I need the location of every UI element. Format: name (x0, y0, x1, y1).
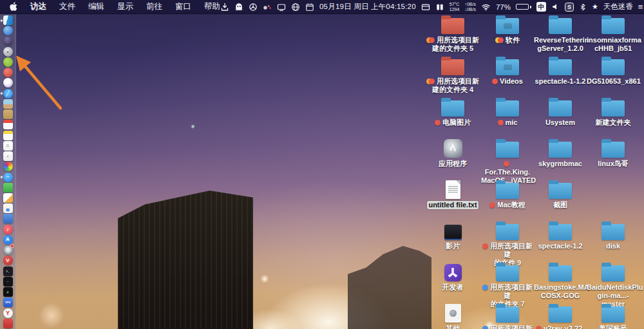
menu-3[interactable]: 显示 (117, 1, 133, 12)
dock-safari[interactable]: ╱ (0, 89, 16, 99)
apple-icon (9, 2, 17, 12)
dock-khaki-app[interactable] (0, 109, 16, 119)
globe-icon[interactable] (291, 3, 300, 12)
bluetooth-icon[interactable] (579, 3, 587, 12)
battery-percent[interactable]: 77% (496, 3, 511, 11)
dock-messages[interactable]: ••• (0, 173, 16, 182)
desktop-folder-screenshots[interactable]: 截图 (533, 178, 588, 209)
dock-android-app[interactable] (0, 57, 16, 67)
desktop-folder-new-cut[interactable]: 用所选项目新建 (480, 301, 535, 329)
menu-4[interactable]: 前往 (146, 1, 162, 12)
desktop-folder-dg510653[interactable]: DG510653_x861 (585, 54, 641, 86)
desktop-folder-pc-pics[interactable]: 电脑图片 (425, 95, 480, 127)
desktop-folder-usa-account[interactable]: 美国账号 (585, 301, 641, 329)
desktop-folder-spectacle12[interactable]: spectacle-1.2 (533, 219, 588, 250)
desktop-developer[interactable]: 开发者 (425, 260, 480, 292)
desktop-folder-mic[interactable]: mic (480, 95, 535, 127)
folder-icon (496, 224, 519, 240)
menu-clock[interactable]: 05月19日 周日 上午04:15:20 (319, 2, 416, 12)
desktop-folder-new5[interactable]: 用所选项目新 建的文件夹 5 (425, 13, 480, 53)
dock-terminal-2[interactable]: ·· (0, 277, 16, 287)
desktop-folder-newfolder[interactable]: 新建文件夹 (585, 95, 641, 127)
menu-1[interactable]: 文件 (59, 1, 75, 12)
dock-docs-app[interactable] (0, 193, 16, 203)
dock-v-app[interactable]: V (0, 256, 16, 265)
input-method-icon[interactable]: 中 (536, 2, 546, 12)
desktop-folder-spectacle112[interactable]: spectacle-1-1.2 (533, 54, 588, 86)
menu-finder[interactable]: 访达 (30, 1, 46, 12)
istat-network[interactable]: ↑0B/s ↓0B/s (464, 2, 476, 12)
desktop-untitled-txt[interactable]: untitled file.txt (425, 178, 480, 209)
folder-icon (549, 59, 572, 75)
dock-stats-app[interactable]: ▄ (0, 203, 16, 213)
desktop-movies[interactable]: 影片 (425, 219, 480, 250)
running-indicator (1, 19, 3, 21)
dock-green-app[interactable] (0, 183, 16, 193)
dark-stack-icon (444, 225, 462, 240)
dock-purple-app[interactable] (0, 78, 16, 88)
active-app-name[interactable]: 天色迷香 (603, 2, 633, 12)
dock-red-app-2[interactable] (0, 319, 16, 328)
item-label: DG510653_x861 (585, 77, 641, 86)
dock-y-app[interactable]: Y (0, 308, 16, 318)
desktop-folder-reversetethering[interactable]: ReverseTetherin gServer_1.2.0 (533, 13, 588, 53)
dock-music[interactable]: ♪ (0, 225, 16, 234)
window-panes-icon[interactable] (435, 3, 444, 12)
shadowsocks-icon[interactable]: S (565, 3, 574, 12)
folder-icon (496, 100, 519, 117)
dock-vpn-app[interactable]: VPN (0, 297, 16, 307)
ghost-icon[interactable] (234, 3, 243, 12)
desktop-folder-v2ray[interactable]: v2ray-v3.22- (533, 301, 588, 329)
dock-app-store[interactable]: A (0, 235, 16, 245)
dock-red-app[interactable] (0, 68, 16, 77)
desktop-folder-insomniax[interactable]: insomniaxforma cHHB_jb51 (585, 13, 641, 53)
dock-messages-icon: ••• (3, 173, 13, 182)
menu-5[interactable]: 窗口 (175, 1, 191, 12)
dock-notes[interactable] (0, 131, 16, 140)
dock-blue-app[interactable] (0, 214, 16, 223)
dock-blue-app-icon (3, 214, 13, 223)
desktop-folder-videos[interactable]: Videos (480, 54, 535, 86)
steering-wheel-icon[interactable] (249, 3, 258, 12)
dock-photos-file[interactable] (0, 99, 16, 109)
desktop-folder-mac-tutorial[interactable]: Mac教程 (480, 178, 535, 209)
menu-2[interactable]: 编辑 (88, 1, 104, 12)
star-icon[interactable]: ★ (592, 3, 598, 11)
dock-terminal-1[interactable]: >_ (0, 267, 16, 276)
folder-icon (441, 100, 464, 117)
desktop-other[interactable]: 其他 (425, 301, 480, 329)
dock-finder[interactable] (0, 15, 16, 25)
dock-dark-app[interactable] (0, 36, 16, 46)
notification-badge (10, 244, 14, 248)
dock-gray-app[interactable]: ▪ (0, 47, 16, 57)
desktop-folder-new4[interactable]: 用所选项目新 建的文件夹 4 (425, 54, 480, 94)
desktop-applications-alias[interactable]: 应用程序 (425, 136, 480, 168)
menu-6[interactable]: 帮助 (204, 1, 220, 12)
desktop-folder-linux[interactable]: linux鸟哥 (585, 136, 641, 168)
desktop-folder-basingstoke[interactable]: Basingstoke.MA COSX-GOG (533, 260, 588, 300)
dock-system-preferences[interactable] (0, 245, 16, 255)
dock-calendar[interactable] (0, 120, 16, 129)
desktop-folder-skygrmbmac[interactable]: skygrmbmac (533, 136, 588, 168)
desktop-folder-usystem[interactable]: Usystem (533, 95, 588, 127)
volume-icon[interactable] (551, 3, 560, 11)
desktop-folder-disk[interactable]: disk (585, 219, 641, 250)
desktop-folder-software[interactable]: 软件 (480, 13, 535, 44)
download-icon[interactable] (220, 3, 229, 12)
dock-terminal-3[interactable]: # (0, 287, 16, 297)
dock-preview-app[interactable]: ▪ (0, 151, 16, 161)
list-menu-icon[interactable]: ≡ (638, 2, 643, 12)
window-switcher-icon[interactable] (421, 3, 430, 12)
item-label: 截图 (552, 201, 569, 209)
dock-blue-globe-app[interactable] (0, 26, 16, 35)
dots-status-icon[interactable] (263, 3, 272, 12)
wifi-icon[interactable] (481, 3, 491, 11)
dock-textedit[interactable]: ≡ (0, 141, 16, 151)
calendar-icon[interactable] (305, 3, 314, 12)
istat-temp[interactable]: 57°C 1294 (450, 2, 460, 12)
dock-vpn-app-icon: VPN (3, 297, 13, 307)
dock-photos[interactable] (0, 162, 16, 171)
battery-icon[interactable] (516, 4, 531, 10)
display-icon[interactable] (277, 3, 286, 12)
apple-menu[interactable] (9, 2, 17, 12)
